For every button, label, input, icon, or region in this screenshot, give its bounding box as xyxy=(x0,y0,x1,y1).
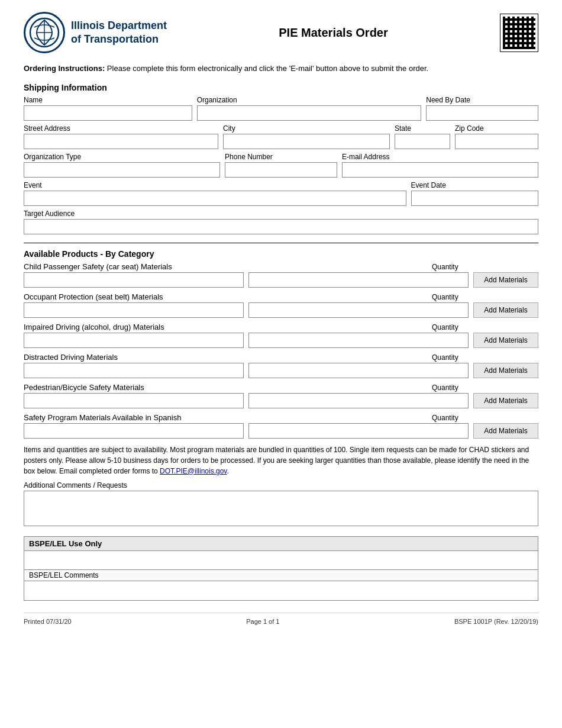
products-heading: Available Products - By Category xyxy=(24,249,538,259)
product-row: Distracted Driving Materials Quantity Ad… xyxy=(24,353,538,378)
ordering-instructions: Ordering Instructions: Please complete t… xyxy=(24,63,538,75)
bspe-section: BSPE/LEL Use Only BSPE/LEL Comments xyxy=(24,536,538,601)
product-desc-input-5[interactable] xyxy=(24,423,244,439)
product-row: Impaired Driving (alcohol, drug) Materia… xyxy=(24,323,538,348)
state-input[interactable] xyxy=(395,134,450,149)
need-by-date-input[interactable] xyxy=(426,105,538,121)
product-qty-input-2[interactable] xyxy=(248,333,469,348)
email-input[interactable] xyxy=(342,162,538,178)
product-row: Occupant Protection (seat belt) Material… xyxy=(24,292,538,318)
need-by-date-label: Need By Date xyxy=(426,96,538,104)
target-row: Target Audience xyxy=(24,210,538,234)
name-field: Name xyxy=(24,96,192,121)
product-row: Safety Program Materials Available in Sp… xyxy=(24,413,538,439)
product-desc-input-0[interactable] xyxy=(24,272,244,288)
header-left: Illinois Department of Transportation xyxy=(24,12,167,53)
bspe-comments-field[interactable] xyxy=(24,581,538,600)
product-desc-input-2[interactable] xyxy=(24,333,244,348)
street-label: Street Address xyxy=(24,124,218,133)
organization-input[interactable] xyxy=(197,105,422,121)
org-type-label: Organization Type xyxy=(24,153,220,161)
city-field: City xyxy=(223,124,390,149)
add-materials-button-3[interactable]: Add Materials xyxy=(473,363,538,378)
event-input[interactable] xyxy=(24,191,406,206)
product-qty-input-4[interactable] xyxy=(248,393,469,408)
zip-field: Zip Code xyxy=(455,124,538,149)
email-field: E-mail Address xyxy=(342,153,538,178)
product-row: Pedestrian/Bicycle Safety Materials Quan… xyxy=(24,383,538,408)
event-label: Event xyxy=(24,181,406,189)
product-qty-input-1[interactable] xyxy=(248,302,469,318)
name-org-row: Name Organization Need By Date xyxy=(24,96,538,121)
phone-field: Phone Number xyxy=(225,153,337,178)
add-materials-button-1[interactable]: Add Materials xyxy=(473,302,538,318)
additional-comments-input[interactable] xyxy=(24,491,538,526)
event-date-input[interactable] xyxy=(411,191,539,206)
street-input[interactable] xyxy=(24,134,218,149)
add-materials-button-5[interactable]: Add Materials xyxy=(473,423,538,439)
add-materials-button-0[interactable]: Add Materials xyxy=(473,272,538,288)
name-label: Name xyxy=(24,96,192,104)
qr-code xyxy=(500,14,538,52)
product-desc-input-4[interactable] xyxy=(24,393,244,408)
email-link[interactable]: DOT.PIE@illinois.gov xyxy=(160,467,227,475)
city-input[interactable] xyxy=(223,134,390,149)
shipping-section: Shipping Information Name Organization N… xyxy=(24,83,538,234)
page-number: Page 1 of 1 xyxy=(246,618,279,625)
product-name-1: Occupant Protection (seat belt) Material… xyxy=(24,292,163,301)
address-row: Street Address City State Zip Code xyxy=(24,124,538,149)
street-address-field: Street Address xyxy=(24,124,218,149)
page-title: PIE Materials Order xyxy=(167,26,500,40)
page-footer: Printed 07/31/20 Page 1 of 1 BSPE 1001P … xyxy=(24,613,538,625)
org-phone-email-row: Organization Type Phone Number E-mail Ad… xyxy=(24,153,538,178)
form-number: BSPE 1001P (Rev. 12/20/19) xyxy=(454,618,538,625)
bspe-use-only-input[interactable] xyxy=(24,551,538,569)
product-name-0: Child Passenger Safety (car seat) Materi… xyxy=(24,262,172,271)
product-qty-label-1: Quantity xyxy=(432,293,479,301)
email-label: E-mail Address xyxy=(342,153,538,161)
footer-note: Items and quantities are subject to avai… xyxy=(24,444,538,476)
product-qty-input-5[interactable] xyxy=(248,423,469,439)
idot-logo xyxy=(24,12,65,53)
printed-date: Printed 07/31/20 xyxy=(24,618,72,625)
product-qty-label-4: Quantity xyxy=(432,384,479,392)
add-materials-button-4[interactable]: Add Materials xyxy=(473,393,538,408)
bspe-heading: BSPE/LEL Use Only xyxy=(24,537,538,551)
product-desc-input-3[interactable] xyxy=(24,363,244,378)
shipping-heading: Shipping Information xyxy=(24,83,538,92)
additional-comments-section: Additional Comments / Requests xyxy=(24,481,538,528)
product-name-3: Distracted Driving Materials xyxy=(24,353,118,362)
event-date-field: Event Date xyxy=(411,181,539,206)
product-qty-input-3[interactable] xyxy=(248,363,469,378)
org-type-input[interactable] xyxy=(24,162,220,178)
target-audience-input[interactable] xyxy=(24,219,538,234)
product-qty-label-0: Quantity xyxy=(432,263,479,271)
add-materials-button-2[interactable]: Add Materials xyxy=(473,333,538,348)
event-row: Event Event Date xyxy=(24,181,538,206)
product-row: Child Passenger Safety (car seat) Materi… xyxy=(24,262,538,288)
product-desc-input-1[interactable] xyxy=(24,302,244,318)
bspe-use-only-field[interactable] xyxy=(24,551,538,570)
org-type-field: Organization Type xyxy=(24,153,220,178)
organization-label: Organization xyxy=(197,96,422,104)
zip-label: Zip Code xyxy=(455,124,538,133)
need-by-date-field: Need By Date xyxy=(426,96,538,121)
product-name-4: Pedestrian/Bicycle Safety Materials xyxy=(24,383,144,392)
product-qty-input-0[interactable] xyxy=(248,272,469,288)
section-divider xyxy=(24,243,538,243)
target-audience-field: Target Audience xyxy=(24,210,538,234)
target-audience-label: Target Audience xyxy=(24,210,538,218)
event-field: Event xyxy=(24,181,406,206)
city-label: City xyxy=(223,124,390,133)
product-qty-label-3: Quantity xyxy=(432,353,479,362)
name-input[interactable] xyxy=(24,105,192,121)
organization-field: Organization xyxy=(197,96,422,121)
zip-input[interactable] xyxy=(455,134,538,149)
phone-input[interactable] xyxy=(225,162,337,178)
event-date-label: Event Date xyxy=(411,181,539,189)
bspe-comments-input[interactable] xyxy=(24,581,538,600)
org-name: Illinois Department of Transportation xyxy=(71,19,167,47)
state-label: State xyxy=(395,124,450,133)
product-qty-label-2: Quantity xyxy=(432,323,479,331)
phone-label: Phone Number xyxy=(225,153,337,161)
